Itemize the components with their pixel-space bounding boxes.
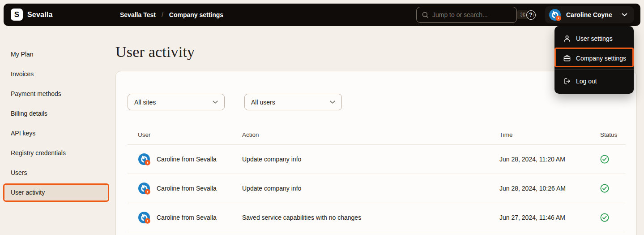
activity-table: User Action Time Status [128,125,626,232]
users-filter-select[interactable]: All users [244,94,342,110]
menu-item-label: Log out [576,78,597,85]
column-header-action: Action [232,131,489,138]
menu-item-log-out[interactable]: Log out [554,71,634,91]
status-cell [590,213,626,222]
question-icon: ? [526,10,536,20]
user-avatar [549,9,561,21]
help-button[interactable]: ? [525,9,536,20]
brand-name: Sevalla [27,11,53,19]
briefcase-icon [563,54,571,62]
table-row: Caroline from Sevalla Saved service capa… [128,203,626,232]
sidebar-item-label: Users [11,169,27,176]
users-filter-value: All users [251,99,330,106]
sidebar-item-label: Invoices [11,70,34,78]
sites-filter-value: All sites [134,99,213,106]
sidebar-item-label: My Plan [11,51,34,58]
sidebar-item-label: Payment methods [11,90,61,97]
status-cell [590,155,626,164]
user-avatar [138,211,150,224]
menu-divider [554,70,634,70]
user-name-cell: Caroline from Sevalla [157,185,217,192]
user-cell: Caroline from Sevalla [128,211,232,224]
chevron-down-icon [213,100,218,104]
search-icon [422,12,429,18]
user-icon [563,35,571,43]
table-row: Caroline from Sevalla Update company inf… [128,174,626,203]
sidebar-item-user-activity[interactable]: User activity [4,185,108,200]
user-avatar [138,153,150,165]
breadcrumb-page[interactable]: Company settings [169,11,223,18]
action-cell: Update company info [232,156,489,163]
sidebar-item-api-keys[interactable]: API keys [0,126,112,141]
menu-item-label: Company settings [576,55,626,62]
sidebar-item-users[interactable]: Users [0,165,112,180]
table-row: Caroline from Sevalla Update company inf… [128,145,626,174]
user-name-cell: Caroline from Sevalla [157,214,217,221]
check-circle-icon [600,155,626,164]
menu-item-company-settings[interactable]: Company settings [554,48,634,68]
user-name: Caroline Coyne [566,11,617,18]
sidebar-item-invoices[interactable]: Invoices [0,66,112,82]
sidebar-item-label: User activity [11,189,45,196]
action-cell: Update company info [232,185,489,192]
menu-item-user-settings[interactable]: User settings [554,29,634,48]
sidebar-item-my-plan[interactable]: My Plan [0,47,112,62]
sidebar-item-payment-methods[interactable]: Payment methods [0,86,112,101]
global-search[interactable]: ⌘ / [416,7,517,23]
page-title: User activity [115,44,195,61]
table-header-row: User Action Time Status [128,125,626,145]
sidebar-item-label: Registry credentials [11,149,66,157]
sevalla-logo-icon: S [11,9,23,21]
user-activity-card: All sites All users User Action Time Sta… [115,71,637,235]
settings-sidebar: My Plan Invoices Payment methods Billing… [0,47,112,205]
top-navigation-bar: S Sevalla Sevalla Test / Company setting… [4,4,640,26]
sites-filter-select[interactable]: All sites [128,94,225,110]
user-cell: Caroline from Sevalla [128,153,232,165]
sidebar-item-registry-credentials[interactable]: Registry credentials [0,145,112,161]
check-circle-icon [600,184,626,193]
breadcrumb-separator: / [162,11,163,18]
chevron-down-icon [330,100,335,104]
filters-row: All sites All users [128,94,342,110]
column-header-user: User [128,131,232,138]
sidebar-item-billing-details[interactable]: Billing details [0,106,112,121]
column-header-time: Time [489,131,590,138]
breadcrumb: Sevalla Test / Company settings [120,4,223,26]
user-avatar [138,182,150,195]
time-cell: Jun 28, 2024, 10:26 AM [489,185,590,192]
user-dropdown-menu: User settings Company settings Log out [554,26,634,94]
user-cell: Caroline from Sevalla [128,182,232,195]
user-menu-button[interactable]: Caroline Coyne [545,6,634,23]
column-header-status: Status [590,131,626,138]
action-cell: Saved service capabilities with no chang… [232,214,489,221]
breadcrumb-project[interactable]: Sevalla Test [120,11,156,18]
time-cell: Jun 28, 2024, 11:20 AM [489,156,590,163]
menu-item-label: User settings [576,35,613,42]
sidebar-item-label: API keys [11,130,35,137]
user-name-cell: Caroline from Sevalla [157,156,217,163]
check-circle-icon [600,213,626,222]
sidebar-item-label: Billing details [11,110,47,117]
brand-logo[interactable]: S Sevalla [11,9,53,21]
status-cell [590,184,626,193]
search-input[interactable] [432,11,513,18]
logout-icon [563,77,571,85]
chevron-down-icon [622,13,627,17]
time-cell: Jun 27, 2024, 11:46 AM [489,214,590,221]
